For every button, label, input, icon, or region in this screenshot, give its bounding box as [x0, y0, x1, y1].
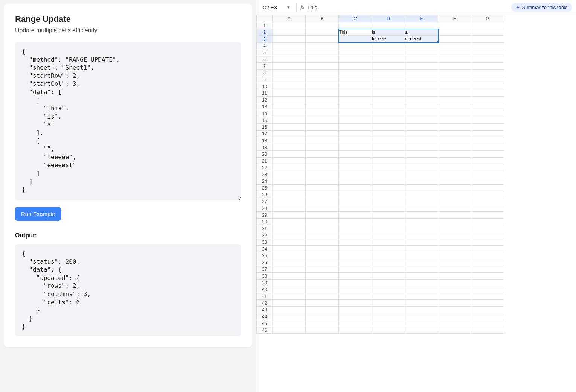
cell-D40[interactable] [372, 286, 405, 293]
cell-G17[interactable] [471, 131, 504, 137]
cell-G37[interactable] [471, 266, 504, 273]
cell-D31[interactable] [372, 225, 405, 232]
cell-B40[interactable] [306, 286, 339, 293]
row-header-46[interactable]: 46 [257, 327, 273, 334]
cell-B9[interactable] [306, 76, 339, 83]
cell-F37[interactable] [438, 266, 471, 273]
cell-F7[interactable] [438, 63, 471, 70]
row-header-10[interactable]: 10 [257, 83, 273, 90]
cell-B30[interactable] [306, 219, 339, 225]
cell-G45[interactable] [471, 320, 504, 327]
cell-B5[interactable] [306, 49, 339, 56]
cell-G14[interactable] [471, 110, 504, 117]
column-header-C[interactable]: C [339, 15, 372, 22]
row-header-2[interactable]: 2 [257, 29, 273, 36]
cell-C28[interactable] [339, 205, 372, 212]
cell-A41[interactable] [273, 293, 306, 300]
cell-D3[interactable]: teeeee [372, 36, 405, 43]
cell-G40[interactable] [471, 286, 504, 293]
cell-E40[interactable] [405, 286, 438, 293]
cell-A32[interactable] [273, 232, 306, 239]
row-header-31[interactable]: 31 [257, 225, 273, 232]
cell-E28[interactable] [405, 205, 438, 212]
cell-F43[interactable] [438, 307, 471, 313]
cell-C18[interactable] [339, 137, 372, 144]
cell-D37[interactable] [372, 266, 405, 273]
cell-G41[interactable] [471, 293, 504, 300]
cell-C40[interactable] [339, 286, 372, 293]
cell-B16[interactable] [306, 124, 339, 131]
cell-C36[interactable] [339, 259, 372, 266]
cell-A4[interactable] [273, 43, 306, 49]
cell-F2[interactable] [438, 29, 471, 36]
row-header-14[interactable]: 14 [257, 110, 273, 117]
cell-D21[interactable] [372, 158, 405, 164]
cell-E12[interactable] [405, 97, 438, 103]
cell-A19[interactable] [273, 144, 306, 151]
cell-D13[interactable] [372, 103, 405, 110]
cell-D33[interactable] [372, 239, 405, 246]
cell-C39[interactable] [339, 280, 372, 286]
cell-F16[interactable] [438, 124, 471, 131]
cell-D2[interactable]: is [372, 29, 405, 36]
cell-C8[interactable] [339, 70, 372, 76]
cell-G22[interactable] [471, 164, 504, 171]
row-header-22[interactable]: 22 [257, 164, 273, 171]
cell-F29[interactable] [438, 212, 471, 219]
row-header-39[interactable]: 39 [257, 280, 273, 286]
cell-D4[interactable] [372, 43, 405, 49]
cell-C44[interactable] [339, 313, 372, 320]
cell-G7[interactable] [471, 63, 504, 70]
cell-D8[interactable] [372, 70, 405, 76]
cell-E39[interactable] [405, 280, 438, 286]
cell-E31[interactable] [405, 225, 438, 232]
cell-A42[interactable] [273, 300, 306, 307]
formula-input[interactable] [307, 2, 510, 13]
cell-F35[interactable] [438, 252, 471, 259]
cell-E21[interactable] [405, 158, 438, 164]
cell-F18[interactable] [438, 137, 471, 144]
cell-G18[interactable] [471, 137, 504, 144]
cell-G30[interactable] [471, 219, 504, 225]
cell-F6[interactable] [438, 56, 471, 63]
cell-F3[interactable] [438, 36, 471, 43]
cell-A7[interactable] [273, 63, 306, 70]
cell-D5[interactable] [372, 49, 405, 56]
cell-G43[interactable] [471, 307, 504, 313]
cell-F31[interactable] [438, 225, 471, 232]
cell-G3[interactable] [471, 36, 504, 43]
row-header-45[interactable]: 45 [257, 320, 273, 327]
cell-F15[interactable] [438, 117, 471, 124]
cell-F19[interactable] [438, 144, 471, 151]
cell-B29[interactable] [306, 212, 339, 219]
cell-C31[interactable] [339, 225, 372, 232]
cell-F22[interactable] [438, 164, 471, 171]
cell-A15[interactable] [273, 117, 306, 124]
cell-G29[interactable] [471, 212, 504, 219]
row-header-34[interactable]: 34 [257, 246, 273, 252]
cell-D34[interactable] [372, 246, 405, 252]
row-header-12[interactable]: 12 [257, 97, 273, 103]
cell-D10[interactable] [372, 83, 405, 90]
cell-A23[interactable] [273, 171, 306, 178]
cell-A8[interactable] [273, 70, 306, 76]
cell-B14[interactable] [306, 110, 339, 117]
cell-G34[interactable] [471, 246, 504, 252]
cell-E43[interactable] [405, 307, 438, 313]
cell-A6[interactable] [273, 56, 306, 63]
row-header-43[interactable]: 43 [257, 307, 273, 313]
cell-G25[interactable] [471, 185, 504, 191]
column-header-B[interactable]: B [306, 15, 339, 22]
row-header-18[interactable]: 18 [257, 137, 273, 144]
cell-B46[interactable] [306, 327, 339, 334]
cell-F8[interactable] [438, 70, 471, 76]
cell-D18[interactable] [372, 137, 405, 144]
cell-F30[interactable] [438, 219, 471, 225]
cell-D6[interactable] [372, 56, 405, 63]
cell-F4[interactable] [438, 43, 471, 49]
cell-E33[interactable] [405, 239, 438, 246]
cell-C46[interactable] [339, 327, 372, 334]
cell-B19[interactable] [306, 144, 339, 151]
cell-A34[interactable] [273, 246, 306, 252]
row-header-16[interactable]: 16 [257, 124, 273, 131]
